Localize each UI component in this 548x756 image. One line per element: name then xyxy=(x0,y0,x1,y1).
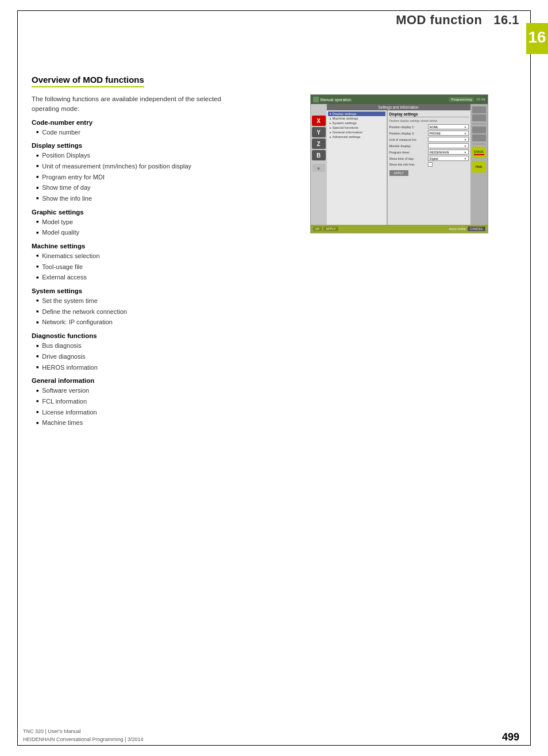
header-section: 16.1 xyxy=(493,13,519,27)
ss-right-btn-yellow[interactable]: STACK xyxy=(472,147,486,158)
list-item: HEROS information xyxy=(36,362,273,373)
ss-divider2 xyxy=(472,144,486,144)
ss-axis-b: B xyxy=(312,150,326,160)
list-item: External access xyxy=(36,272,273,283)
ss-timeofday-value[interactable]: Digital ▼ xyxy=(428,156,469,161)
screenshot: Manual operation Programming 07:48 X Y xyxy=(310,94,488,233)
ss-right-btn-2[interactable] xyxy=(472,114,486,121)
list-item: Machine times xyxy=(36,417,273,428)
ss-sidebar-item-advanced[interactable]: Advanced settings xyxy=(328,135,385,139)
list-item: Model type xyxy=(36,217,273,228)
page-footer: TNC 320 | User's Manual HEIDENHAIN Conve… xyxy=(23,728,519,743)
ss-main: X Y Z B ⊕ Settings and information Displ… xyxy=(311,104,488,225)
ss-sidebar-item-system[interactable]: System settings xyxy=(328,121,385,125)
list-system-settings: Set the system time Define the network c… xyxy=(36,296,273,328)
page-border-left xyxy=(17,10,18,746)
ss-pos1-arrow: ▼ xyxy=(464,125,467,129)
list-item: Code number xyxy=(36,127,273,138)
intro-line2: operating mode: xyxy=(32,105,79,112)
ss-sidebar-item-display[interactable]: Display settings xyxy=(328,112,385,116)
intro-text: The following functions are available in… xyxy=(32,94,273,114)
list-item: Unit of measurement (mm/inches) for posi… xyxy=(36,161,273,172)
ss-axis-y: Y xyxy=(312,127,326,137)
ss-monitor-value[interactable]: ▼ xyxy=(428,143,469,148)
content-area: Overview of MOD functions The following … xyxy=(32,75,514,428)
ss-center-panel: Settings and information Display setting… xyxy=(327,104,470,225)
ss-sidebar-item-general[interactable]: General information xyxy=(328,130,385,135)
category-system-settings: System settings xyxy=(32,287,273,294)
list-item: FCL information xyxy=(36,396,273,407)
ss-time: 07:48 xyxy=(476,98,485,101)
ss-right-btn-4[interactable] xyxy=(472,135,486,141)
ss-right-btn-find[interactable]: FIND xyxy=(472,161,486,172)
list-code-number: Code number xyxy=(36,127,273,138)
ss-field-pos1: Position display 1: NOML ▼ xyxy=(389,124,469,129)
ss-axis-x: X xyxy=(312,116,326,126)
list-item: Software version xyxy=(36,385,273,396)
list-item: Model quality xyxy=(36,227,273,238)
page-border-bottom xyxy=(17,745,531,746)
ss-sidebar-item-special[interactable]: Special functions xyxy=(328,125,385,130)
page-number: 499 xyxy=(502,731,519,743)
two-col-layout: The following functions are available in… xyxy=(32,94,514,428)
ss-panel-subtitle: Position display settings shown below xyxy=(389,119,469,122)
ss-axis-small: ⊕ xyxy=(312,164,325,172)
ss-infoline-checkbox[interactable] xyxy=(428,162,433,167)
ss-pos2-arrow: ▼ xyxy=(464,132,467,135)
ss-pos1-value[interactable]: NOML ▼ xyxy=(428,124,469,129)
list-item: Show time of day xyxy=(36,182,273,193)
right-column: Manual operation Programming 07:48 X Y xyxy=(284,94,514,428)
list-item: Drive diagnosis xyxy=(36,351,273,362)
list-item: Position Displays xyxy=(36,150,273,161)
ss-sidebar-item-machine[interactable]: Machine settings xyxy=(328,116,385,121)
ss-field-infoline: Show the info line: xyxy=(389,162,469,167)
list-item: Define the network connection xyxy=(36,306,273,317)
ss-timer-value[interactable]: HEIDENHAIN ▼ xyxy=(428,149,469,155)
ss-timer-label: Program timer: xyxy=(389,151,427,154)
ss-timeofday-arrow: ▼ xyxy=(464,157,467,160)
header-title: MOD function 16.1 xyxy=(396,13,519,28)
footer-line2: HEIDENHAIN Conversational Programming | … xyxy=(23,736,143,744)
ss-yellow-bar xyxy=(474,154,484,155)
ss-topbar-left: Manual operation xyxy=(313,97,352,102)
ss-right-panel: STACK FIND xyxy=(470,104,488,225)
list-item: Kinematics selection xyxy=(36,251,273,262)
ss-topbar-left-text: Manual operation xyxy=(321,98,352,102)
ss-field-pos2: Position display 2: PRGNE ▼ xyxy=(389,131,469,136)
list-display-settings: Position Displays Unit of measurement (m… xyxy=(36,150,273,204)
category-machine-settings: Machine settings xyxy=(32,243,273,250)
page-border-top xyxy=(17,10,531,11)
list-machine-settings: Kinematics selection Tool-usage file Ext… xyxy=(36,251,273,283)
list-item: Tool-usage file xyxy=(36,262,273,273)
ss-settings-title: Settings and information xyxy=(327,104,470,110)
chapter-tab: 16 xyxy=(526,23,548,54)
ss-ok-button[interactable]: OK xyxy=(313,227,322,231)
ss-apply-button[interactable]: APPLY xyxy=(389,170,408,176)
header-title-text: MOD function xyxy=(396,13,482,27)
ss-right-btn-3[interactable] xyxy=(472,126,486,133)
ss-field-timeofday: Show time of day: Digital ▼ xyxy=(389,156,469,161)
ss-unit-value[interactable]: ▼ xyxy=(428,137,469,142)
ss-pos1-label: Position display 1: xyxy=(389,125,427,129)
list-item: Show the info line xyxy=(36,193,273,204)
ss-mode-icon xyxy=(313,97,319,102)
footer-left: TNC 320 | User's Manual HEIDENHAIN Conve… xyxy=(23,728,143,743)
list-item: License information xyxy=(36,407,273,418)
ss-pos2-value[interactable]: PRGNE ▼ xyxy=(428,131,469,136)
list-diagnostic: Bus diagnosis Drive diagnosis HEROS info… xyxy=(36,340,273,373)
list-graphic-settings: Model type Model quality xyxy=(36,217,273,238)
list-general-info: Software version FCL information License… xyxy=(36,385,273,428)
ss-topbar-mode-btn[interactable]: Programming xyxy=(449,97,474,102)
ss-monitor-arrow: ▼ xyxy=(464,144,467,148)
chapter-number: 16 xyxy=(528,28,546,46)
category-general-info: General information xyxy=(32,377,273,384)
ss-field-timer: Program timer: HEIDENHAIN ▼ xyxy=(389,149,469,155)
ss-right-btn-1[interactable] xyxy=(472,106,486,113)
ss-timer-arrow: ▼ xyxy=(464,151,467,154)
ss-cancel-button[interactable]: CANCEL xyxy=(468,227,485,231)
page-header: MOD function 16.1 xyxy=(23,13,519,28)
ss-bottom-apply-button[interactable]: APPLY xyxy=(323,227,338,231)
category-code-number: Code-number entry xyxy=(32,119,273,126)
ss-unit-arrow: ▼ xyxy=(464,138,467,141)
list-item: Bus diagnosis xyxy=(36,340,273,351)
